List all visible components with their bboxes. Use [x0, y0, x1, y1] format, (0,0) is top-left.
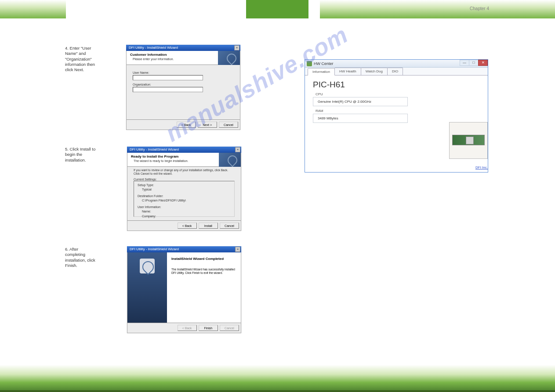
header-green-block	[246, 0, 308, 18]
installshield-icon	[218, 51, 240, 65]
chapter-label: Chapter 4	[470, 6, 489, 11]
wizard1-title-text: DFI Utility - InstallShield Wizard	[129, 46, 178, 50]
install-button[interactable]: Install	[199, 223, 218, 229]
ram-value: 3489 MBytes	[313, 114, 408, 123]
current-settings-label: Current Settings:	[134, 178, 235, 181]
installshield-icon	[219, 153, 241, 167]
header-gradient-right	[320, 0, 555, 18]
wizard3-sidebar	[127, 252, 167, 324]
maximize-icon[interactable]: □	[469, 60, 479, 66]
cpu-value: Genuine Intel(R) CPU @ 2.00GHz	[313, 97, 408, 106]
wizard-completed: DFI Utility - InstallShield Wizard × Ins…	[127, 246, 241, 333]
hw-tabs: Information HW Health Watch Dog DIO	[305, 68, 488, 76]
header-gap-2	[308, 0, 320, 18]
setup-type-value: Typical	[142, 187, 231, 192]
finish-button[interactable]: Finish	[199, 325, 218, 331]
dfi-link[interactable]: DFI Inc.	[475, 165, 488, 169]
minimize-icon[interactable]: —	[460, 60, 469, 66]
cancel-button[interactable]: Cancel	[220, 223, 239, 229]
user-info-label: User Information:	[138, 205, 231, 210]
setup-type-label: Setup Type:	[138, 183, 231, 188]
tab-information[interactable]: Information	[308, 68, 335, 76]
cancel-button[interactable]: Cancel	[219, 122, 238, 128]
dest-folder-label: Destination Folder:	[138, 194, 231, 199]
pcb-icon	[452, 135, 485, 145]
header-gradient-left	[0, 0, 66, 18]
back-button[interactable]: < Back	[177, 122, 196, 128]
wizard-ready-install: DFI Utility - InstallShield Wizard × Rea…	[127, 147, 241, 231]
close-icon[interactable]: ×	[235, 247, 240, 252]
organization-label: Organization:	[133, 83, 234, 86]
board-name: PIC-H61	[313, 80, 480, 90]
app-icon	[307, 61, 312, 66]
ram-label: RAM	[316, 109, 480, 113]
cancel-button: Cancel	[220, 325, 239, 331]
username-label: User Name:	[133, 71, 234, 74]
wizard3-heading: InstallShield Wizard Completed	[171, 257, 236, 261]
wizard3-text: The InstallShield Wizard has successfull…	[171, 268, 236, 275]
cpu-label: CPU	[316, 92, 480, 96]
wizard3-titlebar[interactable]: DFI Utility - InstallShield Wizard ×	[127, 246, 241, 252]
back-button[interactable]: < Back	[178, 223, 197, 229]
username-field[interactable]	[133, 75, 203, 80]
caption-step6: 6. After completing installation, click …	[65, 247, 96, 268]
back-button: < Back	[178, 325, 197, 331]
wizard2-instr: If you want to review or change any of y…	[134, 169, 235, 176]
current-settings-box: Setup Type: Typical Destination Folder: …	[134, 181, 235, 217]
tab-watch-dog[interactable]: Watch Dog	[361, 68, 388, 75]
company-label: Company:	[142, 214, 231, 219]
hw-center-window: HW Center — □ ✕ Information HW Health Wa…	[305, 59, 488, 173]
wizard2-header-band: Ready to Install the Program The wizard …	[127, 153, 241, 167]
tab-dio[interactable]: DIO	[387, 68, 403, 75]
wizard1-header-band: Customer Information Please enter your i…	[127, 51, 240, 65]
disk-icon	[140, 259, 155, 273]
close-icon[interactable]: ✕	[478, 60, 488, 66]
caption-step4: 4. Enter "User Name" and "Organization" …	[65, 46, 96, 73]
page-footer	[0, 365, 555, 392]
next-button[interactable]: Next >	[198, 122, 217, 128]
name-label: Name:	[142, 209, 231, 214]
organization-field[interactable]	[133, 87, 203, 92]
close-icon[interactable]: ×	[235, 147, 240, 152]
wizard1-titlebar[interactable]: DFI Utility - InstallShield Wizard ×	[126, 45, 240, 51]
wizard-customer-info: DFI Utility - InstallShield Wizard × Cus…	[126, 45, 240, 130]
hw-title-text: HW Center	[314, 61, 334, 66]
dest-folder-value: C:\Program Files\DFI\DFI Utility\	[142, 198, 231, 203]
header-white-gap	[66, 0, 246, 18]
hw-titlebar[interactable]: HW Center — □ ✕	[305, 60, 488, 68]
wizard3-title-text: DFI Utility - InstallShield Wizard	[130, 247, 179, 251]
board-image	[449, 122, 488, 159]
caption-step5: 5. Click Install to begin the installati…	[65, 147, 96, 163]
close-icon[interactable]: ×	[234, 45, 239, 50]
wizard2-title-text: DFI Utility - InstallShield Wizard	[130, 147, 179, 151]
tab-hw-health[interactable]: HW Health	[334, 68, 361, 75]
wizard2-titlebar[interactable]: DFI Utility - InstallShield Wizard ×	[127, 147, 241, 153]
